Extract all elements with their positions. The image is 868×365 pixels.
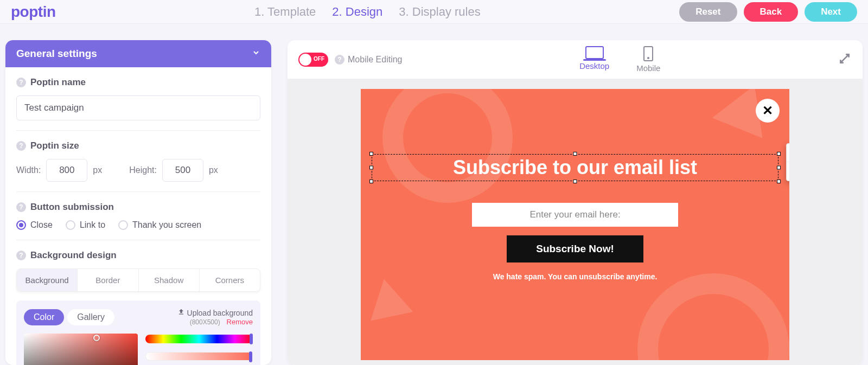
- gradient-handle[interactable]: [93, 335, 100, 341]
- help-icon[interactable]: ?: [16, 78, 26, 87]
- canvas-panel: OFF ? Mobile Editing Desktop Mobile: [288, 40, 863, 365]
- top-buttons: Reset Back Next: [679, 2, 857, 22]
- alpha-slider[interactable]: [145, 352, 253, 361]
- color-gradient-picker[interactable]: [24, 334, 138, 365]
- pill-color[interactable]: Color: [24, 309, 64, 325]
- radio-linkto-label: Link to: [80, 220, 105, 230]
- mobile-editing-toggle[interactable]: OFF: [298, 53, 328, 67]
- bg-tabs: Background Border Shadow Corners: [16, 268, 260, 292]
- radio-close[interactable]: Close: [16, 220, 53, 230]
- width-input[interactable]: [46, 159, 87, 182]
- desktop-icon: [585, 46, 604, 59]
- help-icon[interactable]: ?: [16, 251, 26, 260]
- popup-subscribe-button[interactable]: Subscribe Now!: [507, 235, 643, 262]
- tab-corners[interactable]: Corners: [200, 269, 260, 291]
- resize-handle[interactable]: [573, 180, 577, 183]
- upload-dims: (800X500): [190, 318, 220, 326]
- background-design-label: Background design: [30, 250, 117, 261]
- height-input[interactable]: [162, 159, 203, 182]
- resize-handle[interactable]: [369, 180, 373, 183]
- popup-email-input[interactable]: Enter your email here:: [472, 203, 678, 227]
- pill-gallery[interactable]: Gallery: [67, 309, 114, 325]
- chevron-down-icon: [252, 48, 260, 60]
- upload-icon: [177, 309, 187, 317]
- bg-panel: Color Gallery Upload background (800X500…: [16, 300, 260, 365]
- toggle-knob: [299, 54, 311, 66]
- svg-line-0: [840, 54, 848, 62]
- tab-border[interactable]: Border: [78, 269, 138, 291]
- toggle-off-text: OFF: [314, 56, 324, 62]
- remove-link[interactable]: Remove: [227, 318, 253, 326]
- width-label: Width:: [16, 165, 41, 175]
- upload-label: Upload background: [187, 309, 253, 317]
- help-icon[interactable]: ?: [335, 55, 344, 65]
- resize-handle[interactable]: [369, 166, 373, 170]
- radio-linkto[interactable]: Link to: [66, 220, 105, 230]
- height-label: Height:: [129, 165, 157, 175]
- button-submission-label: Button submission: [30, 202, 114, 213]
- slider-handle[interactable]: [250, 334, 253, 344]
- resize-handle[interactable]: [369, 152, 373, 156]
- mobile-icon: [643, 46, 653, 61]
- poptin-name-label: Poptin name: [30, 77, 86, 88]
- resize-handle[interactable]: [777, 152, 781, 156]
- device-desktop[interactable]: Desktop: [579, 46, 609, 73]
- back-button[interactable]: Back: [744, 2, 799, 22]
- selection-tools: [786, 143, 789, 181]
- desktop-label: Desktop: [579, 61, 609, 71]
- help-icon[interactable]: ?: [16, 141, 26, 151]
- next-button[interactable]: Next: [805, 2, 857, 22]
- section-poptin-size: ? Poptin size Width: px Height: px: [16, 131, 260, 192]
- headline-selected-element[interactable]: Subscribe to our email list: [372, 154, 778, 181]
- expand-icon[interactable]: [838, 52, 852, 68]
- mobile-editing-label: Mobile Editing: [348, 55, 403, 65]
- popup-close-button[interactable]: ✕: [756, 99, 780, 123]
- radio-thankyou[interactable]: Thank you screen: [118, 220, 201, 230]
- step-design[interactable]: 2. Design: [332, 5, 382, 19]
- resize-handle[interactable]: [573, 152, 577, 156]
- hue-slider[interactable]: [145, 335, 253, 343]
- tab-background[interactable]: Background: [17, 269, 78, 291]
- popup-disclaimer: We hate spam. You can unsubscribe anytim…: [361, 272, 789, 281]
- canvas-toolbar: OFF ? Mobile Editing Desktop Mobile: [288, 40, 863, 79]
- upload-background[interactable]: Upload background (800X500) Remove: [177, 308, 253, 326]
- wizard-steps: 1. Template 2. Design 3. Display rules: [56, 5, 680, 19]
- help-icon[interactable]: ?: [16, 202, 26, 212]
- step-template[interactable]: 1. Template: [254, 5, 316, 19]
- sidebar-header-title: General settings: [16, 48, 97, 60]
- resize-handle[interactable]: [777, 180, 781, 183]
- close-icon: ✕: [762, 103, 773, 118]
- fullscreen-icon[interactable]: [787, 162, 789, 181]
- bg-shape-triangle: [363, 274, 413, 321]
- radio-icon: [16, 220, 26, 230]
- bg-shape-circle: [637, 273, 789, 360]
- radio-thankyou-label: Thank you screen: [132, 220, 201, 230]
- device-mobile[interactable]: Mobile: [636, 46, 660, 73]
- section-button-submission: ? Button submission Close Link to Thank …: [16, 192, 260, 240]
- resize-handle[interactable]: [777, 166, 781, 170]
- top-bar: poptin 1. Template 2. Design 3. Display …: [0, 0, 868, 24]
- poptin-name-input[interactable]: [16, 95, 260, 120]
- px-unit: px: [93, 165, 102, 175]
- canvas-area[interactable]: ✕ Subscribe to our email list: [288, 79, 863, 365]
- section-background-design: ? Background design Background Border Sh…: [16, 240, 260, 365]
- mobile-label: Mobile: [636, 63, 660, 73]
- radio-icon: [118, 220, 128, 230]
- duplicate-icon[interactable]: [787, 144, 789, 162]
- radio-icon: [66, 220, 75, 230]
- poptin-size-label: Poptin size: [30, 140, 79, 151]
- settings-sidebar: General settings ? Poptin name ? Poptin …: [5, 40, 271, 365]
- slider-handle[interactable]: [249, 351, 252, 362]
- px-unit: px: [209, 165, 218, 175]
- selection-outline: [372, 154, 778, 181]
- reset-button[interactable]: Reset: [679, 2, 737, 22]
- section-poptin-name: ? Poptin name: [16, 67, 260, 131]
- radio-close-label: Close: [30, 220, 53, 230]
- sidebar-header[interactable]: General settings: [5, 40, 271, 67]
- brand-logo: poptin: [11, 3, 56, 21]
- popup-preview[interactable]: ✕ Subscribe to our email list: [361, 89, 789, 360]
- step-display-rules[interactable]: 3. Display rules: [399, 5, 480, 19]
- tab-shadow[interactable]: Shadow: [139, 269, 200, 291]
